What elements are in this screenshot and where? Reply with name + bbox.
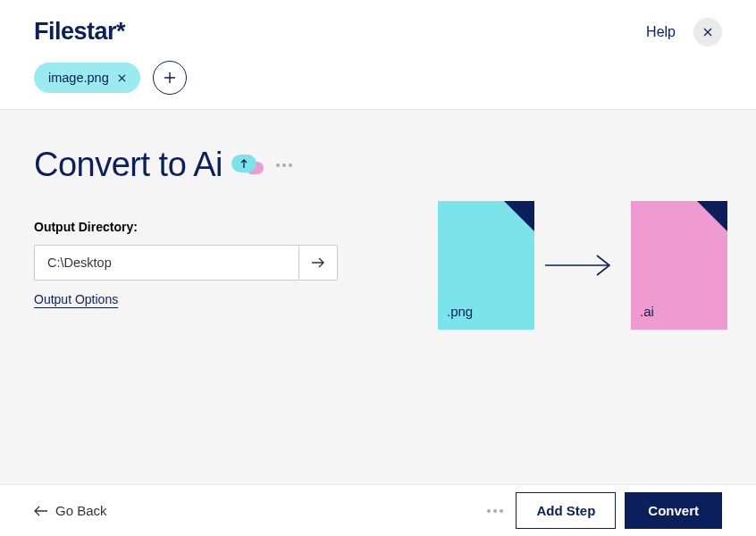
file-chip[interactable]: image.png xyxy=(34,63,140,93)
source-file-card: .png xyxy=(438,201,534,330)
close-icon xyxy=(118,74,126,82)
output-directory-label: Output Directory: xyxy=(34,220,338,234)
page-title: Convert to Ai xyxy=(34,146,223,184)
close-icon xyxy=(703,28,712,37)
file-row: image.png xyxy=(34,61,722,95)
target-file-card: .ai xyxy=(631,201,727,330)
header: Filestar* Help image.png xyxy=(0,0,756,110)
main-area: Convert to Ai Output Directory: Output O… xyxy=(0,110,756,485)
convert-arrow-icon xyxy=(543,252,615,279)
add-step-button[interactable]: Add Step xyxy=(516,492,616,529)
target-file-ext: .ai xyxy=(640,304,654,319)
output-options-link[interactable]: Output Options xyxy=(34,292,118,306)
file-chip-label: image.png xyxy=(48,71,109,85)
close-button[interactable] xyxy=(693,18,722,46)
cloud-upload-icon xyxy=(231,155,264,176)
footer-right: Add Step Convert xyxy=(483,492,722,529)
plus-icon xyxy=(164,71,176,84)
header-top: Filestar* Help xyxy=(34,18,722,46)
file-chip-remove[interactable] xyxy=(118,71,126,85)
arrow-right-icon xyxy=(311,256,325,269)
file-fold-icon xyxy=(697,201,727,231)
footer-more-menu[interactable] xyxy=(483,506,507,516)
output-input-row xyxy=(34,245,338,281)
conversion-diagram: .png .ai xyxy=(438,201,727,330)
app-logo: Filestar* xyxy=(34,18,125,46)
convert-button[interactable]: Convert xyxy=(625,492,722,529)
source-file-ext: .png xyxy=(447,304,473,319)
title-more-menu[interactable] xyxy=(273,160,296,171)
go-back-button[interactable]: Go Back xyxy=(34,503,107,518)
arrow-up-icon xyxy=(239,158,248,169)
output-browse-button[interactable] xyxy=(298,245,338,281)
title-row: Convert to Ai xyxy=(34,146,722,184)
add-file-button[interactable] xyxy=(153,61,187,95)
file-fold-icon xyxy=(504,201,534,231)
help-link[interactable]: Help xyxy=(646,24,676,40)
output-section: Output Directory: Output Options xyxy=(34,220,338,307)
go-back-label: Go Back xyxy=(55,503,107,518)
header-right: Help xyxy=(646,18,722,46)
output-directory-input[interactable] xyxy=(34,245,298,281)
arrow-left-icon xyxy=(34,506,48,516)
footer: Go Back Add Step Convert xyxy=(0,484,756,536)
